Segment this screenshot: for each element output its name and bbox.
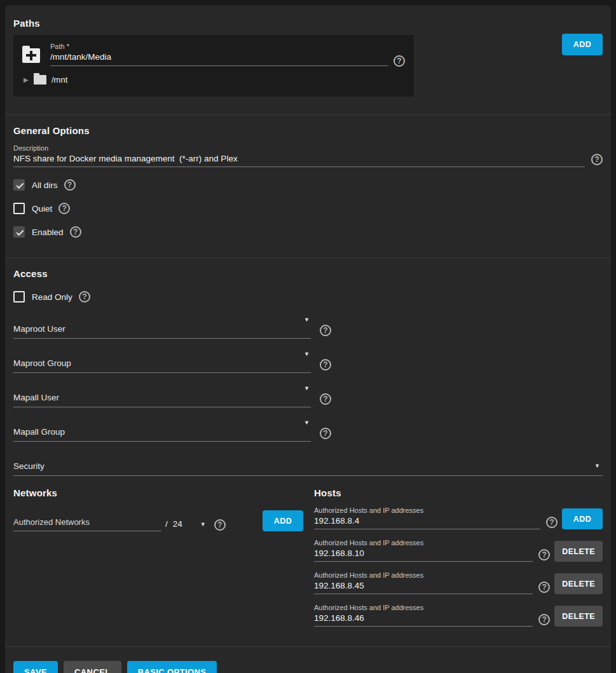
mapall-user-select[interactable]: Mapall User ▼ <box>13 379 311 407</box>
mapall-user-label: Mapall User <box>13 393 59 402</box>
path-input-label: Path * <box>50 43 388 50</box>
authorized-host-value[interactable]: 192.168.8.45 <box>314 581 533 591</box>
path-add-button[interactable]: ADD <box>562 34 603 55</box>
authorized-host-value[interactable]: 192.168.8.10 <box>314 548 533 559</box>
host-delete-button[interactable]: DELETE <box>554 573 603 594</box>
authorized-host-input[interactable]: Authorized Hosts and IP addresses 192.16… <box>314 571 533 594</box>
paths-heading: Paths <box>13 18 603 29</box>
authorized-host-input[interactable]: Authorized Hosts and IP addresses 192.16… <box>314 604 533 627</box>
basic-options-button[interactable]: BASIC OPTIONS <box>127 661 217 673</box>
authorized-host-label: Authorized Hosts and IP addresses <box>314 604 533 611</box>
access-section: Access Read Only ? Maproot User ▼ ? Mapr… <box>13 258 603 476</box>
help-glyph: ? <box>73 228 78 236</box>
security-label: Security <box>13 461 44 471</box>
help-icon[interactable]: ? <box>538 614 550 625</box>
help-icon[interactable]: ? <box>64 179 76 191</box>
help-glyph: ? <box>323 429 327 438</box>
chevron-down-icon[interactable]: ▼ <box>304 351 310 357</box>
footer-divider <box>5 646 611 647</box>
chevron-down-icon[interactable]: ▼ <box>304 419 310 426</box>
host-delete-button[interactable]: DELETE <box>554 541 603 562</box>
maproot-user-select[interactable]: Maproot User ▼ <box>13 310 311 339</box>
help-icon[interactable]: ? <box>320 428 331 439</box>
network-add-button[interactable]: ADD <box>263 510 303 531</box>
quiet-checkbox[interactable] <box>13 203 25 214</box>
caret-right-icon[interactable]: ▶ <box>24 76 34 83</box>
paths-section: Paths ADD Path * /mnt/tank/Media ? ▶ /mn… <box>13 13 603 97</box>
help-icon[interactable]: ? <box>394 55 405 67</box>
host-row: Authorized Hosts and IP addresses 192.16… <box>314 539 603 562</box>
form-actions: SAVE CANCEL BASIC OPTIONS <box>13 661 603 673</box>
networks-column: Networks Authorized Networks / 24 ▼ ? AD… <box>13 487 314 627</box>
description-value[interactable]: NFS share for Docker media management (*… <box>13 154 585 164</box>
read-only-checkbox[interactable] <box>13 291 25 303</box>
help-icon[interactable]: ? <box>320 325 331 336</box>
authorized-host-label: Authorized Hosts and IP addresses <box>314 571 533 579</box>
help-glyph: ? <box>62 204 67 213</box>
checkbox-row-enabled: Enabled ? <box>13 226 603 238</box>
help-glyph: ? <box>542 550 547 559</box>
authorized-host-value[interactable]: 192.168.8.46 <box>314 613 533 623</box>
help-icon[interactable]: ? <box>320 393 331 405</box>
folder-icon <box>34 75 46 85</box>
access-heading: Access <box>13 268 603 279</box>
path-input-value[interactable]: /mnt/tank/Media <box>50 52 388 62</box>
general-options-section: General Options Description NFS share fo… <box>13 115 603 238</box>
folder-plus-icon <box>22 48 40 63</box>
authorized-host-value[interactable]: 192.168.8.4 <box>314 516 540 526</box>
description-input[interactable]: Description NFS share for Docker media m… <box>13 144 585 167</box>
help-glyph: ? <box>323 395 327 404</box>
authorized-host-input[interactable]: Authorized Hosts and IP addresses 192.16… <box>314 506 540 529</box>
save-button[interactable]: SAVE <box>13 661 58 673</box>
help-icon[interactable]: ? <box>79 291 90 303</box>
read-only-label: Read Only <box>32 292 72 302</box>
host-row: Authorized Hosts and IP addresses 192.16… <box>314 506 603 529</box>
authorized-host-label: Authorized Hosts and IP addresses <box>314 539 533 547</box>
enabled-label: Enabled <box>32 228 64 237</box>
networks-hosts-section: Networks Authorized Networks / 24 ▼ ? AD… <box>13 487 603 627</box>
cancel-button[interactable]: CANCEL <box>64 661 121 673</box>
host-row: Authorized Hosts and IP addresses 192.16… <box>314 604 603 627</box>
checkbox-row-all-dirs: All dirs ? <box>13 179 603 191</box>
host-delete-button[interactable]: DELETE <box>554 606 603 627</box>
description-label: Description <box>13 144 585 152</box>
tree-node-label: /mnt <box>51 75 67 85</box>
help-glyph: ? <box>217 520 222 529</box>
help-glyph: ? <box>594 155 599 164</box>
help-icon[interactable]: ? <box>58 203 70 214</box>
all-dirs-checkbox[interactable] <box>13 179 25 191</box>
chevron-down-icon[interactable]: ▼ <box>304 385 310 391</box>
chevron-down-icon[interactable]: ▼ <box>200 521 206 527</box>
help-icon[interactable]: ? <box>538 581 550 593</box>
maproot-group-select[interactable]: Maproot Group ▼ <box>13 344 311 373</box>
host-add-button[interactable]: ADD <box>562 508 603 529</box>
help-icon[interactable]: ? <box>214 519 226 531</box>
help-glyph: ? <box>67 180 72 189</box>
enabled-checkbox[interactable] <box>13 226 25 238</box>
help-icon[interactable]: ? <box>591 154 603 165</box>
authorized-host-input[interactable]: Authorized Hosts and IP addresses 192.16… <box>314 539 533 562</box>
authorized-networks-input[interactable]: Authorized Networks <box>13 507 161 531</box>
help-glyph: ? <box>323 360 327 369</box>
all-dirs-label: All dirs <box>32 180 58 190</box>
path-input[interactable]: Path * /mnt/tank/Media <box>50 43 388 66</box>
help-glyph: ? <box>542 583 547 592</box>
networks-heading: Networks <box>13 487 314 498</box>
maproot-group-label: Maproot Group <box>13 358 71 368</box>
help-glyph: ? <box>82 292 86 301</box>
hosts-heading: Hosts <box>314 487 603 498</box>
mapall-group-label: Mapall Group <box>13 427 65 437</box>
chevron-down-icon[interactable]: ▼ <box>594 463 600 469</box>
general-options-heading: General Options <box>13 125 603 136</box>
help-icon[interactable]: ? <box>546 517 558 528</box>
security-select[interactable]: Security ▼ <box>13 447 603 476</box>
authorized-networks-label: Authorized Networks <box>13 517 90 527</box>
mapall-group-select[interactable]: Mapall Group ▼ <box>13 413 311 442</box>
help-icon[interactable]: ? <box>320 359 331 370</box>
help-icon[interactable]: ? <box>70 226 81 238</box>
netmask-value[interactable]: 24 <box>173 519 182 529</box>
help-glyph: ? <box>397 57 401 65</box>
tree-node-mnt[interactable]: ▶ /mnt <box>22 75 405 85</box>
help-icon[interactable]: ? <box>538 549 550 561</box>
chevron-down-icon[interactable]: ▼ <box>304 316 310 323</box>
